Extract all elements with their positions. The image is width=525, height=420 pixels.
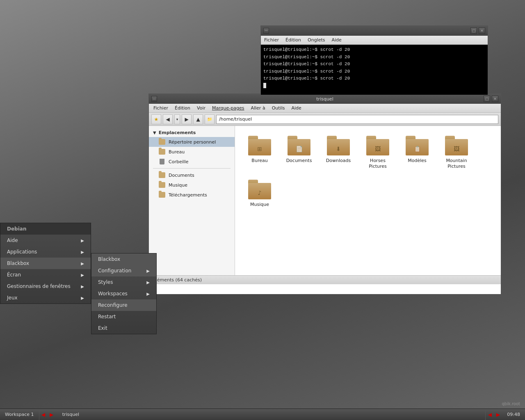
submenu-configuration-arrow: ▶ <box>146 269 150 273</box>
terminal-minimize-btn[interactable]: — <box>263 28 269 34</box>
filemanager-close-btn[interactable]: ✕ <box>492 96 498 102</box>
menu-item-ecran[interactable]: Écran ▶ <box>0 269 91 281</box>
sidebar-item-corbeille-label: Corbeille <box>169 159 189 164</box>
filemanager-maximize-btn[interactable]: □ <box>484 96 490 102</box>
taskbar-next-btn[interactable]: ▶ <box>48 409 56 420</box>
menu-aide-label: Aide <box>7 237 18 243</box>
filemanager-titlebar: — trisquel □ ✕ <box>149 94 501 104</box>
sidebar-item-corbeille[interactable]: Corbeille <box>149 157 235 167</box>
trash-icon <box>159 158 165 165</box>
terminal-titlebar: — □ ✕ <box>261 26 488 36</box>
menu-gestionnaires-arrow: ▶ <box>81 284 84 289</box>
sidebar-section-label: Emplacements <box>159 130 196 135</box>
sidebar-section-header[interactable]: ▼ Emplacements <box>149 128 235 137</box>
submenu-item-reconfigure[interactable]: Reconfigure <box>91 299 156 311</box>
terminal-menu-onglets[interactable]: Onglets <box>306 37 326 43</box>
taskbar-workspace: Workspace 1 <box>0 409 39 420</box>
terminal-menu-aide[interactable]: Aide <box>330 37 343 43</box>
menu-item-blackbox[interactable]: Blackbox ▶ <box>0 258 91 269</box>
terminal-close-btn[interactable]: ✕ <box>479 27 485 34</box>
fm-bookmark-btn[interactable]: ★ <box>151 114 161 124</box>
documents-folder-icon-big: 📄 <box>288 136 310 155</box>
menu-blackbox-arrow: ▶ <box>81 261 84 266</box>
downloads-folder-label: Downloads <box>326 158 351 164</box>
sidebar-divider <box>153 168 231 169</box>
fm-menu-aide[interactable]: Aide <box>289 105 303 112</box>
fm-menu-fichier[interactable]: Fichier <box>151 105 170 112</box>
telechargements-folder-icon <box>159 192 165 198</box>
submenu-exit-label: Exit <box>98 325 107 331</box>
fm-up-btn[interactable]: ▲ <box>193 114 203 124</box>
sidebar-item-documents-label: Documents <box>169 173 194 178</box>
folder-documents[interactable]: 📄 Documents <box>281 132 317 173</box>
submenu-item-workspaces[interactable]: Workspaces ▶ <box>91 288 156 299</box>
sidebar-item-bureau[interactable]: Bureau <box>149 147 235 157</box>
terminal-cursor <box>263 83 266 88</box>
fm-back-btn[interactable]: ◀ <box>163 114 173 124</box>
submenu-workspaces-arrow: ▶ <box>146 292 150 296</box>
terminal-win-buttons: □ ✕ <box>470 27 485 34</box>
terminal-line-5: trisquel@trisquel:~$ scrot -d 20 <box>263 75 485 82</box>
menu-item-applications[interactable]: Applications ▶ <box>0 246 91 258</box>
context-menu-header: Debian <box>0 223 91 235</box>
submenu-styles-arrow: ▶ <box>146 280 150 285</box>
taskbar-nav-left[interactable]: ◀ <box>486 409 494 420</box>
submenu-item-styles[interactable]: Styles ▶ <box>91 276 156 288</box>
fm-menu-outils[interactable]: Outils <box>270 105 287 112</box>
menu-aide-arrow: ▶ <box>81 238 84 243</box>
terminal-maximize-btn[interactable]: □ <box>470 27 477 34</box>
folder-mountain[interactable]: 🖼 Mountain Pictures <box>438 132 475 173</box>
menu-jeux-arrow: ▶ <box>81 296 84 300</box>
menu-item-aide[interactable]: Aide ▶ <box>0 235 91 246</box>
menu-item-gestionnaires[interactable]: Gestionnaires de fenêtres ▶ <box>0 281 91 292</box>
terminal-line-1: trisquel@trisquel:~$ scrot -d 20 <box>263 46 485 54</box>
filemanager-minimize-btn[interactable]: — <box>151 96 157 102</box>
sidebar-item-home[interactable]: Répertoire personnel <box>149 137 235 147</box>
fm-forward-btn[interactable]: ▶ <box>182 114 192 124</box>
menu-ecran-label: Écran <box>7 272 21 278</box>
filemanager-body: ▼ Emplacements Répertoire personnel Bure… <box>149 126 501 275</box>
fm-back-dropdown[interactable]: ▾ <box>174 114 180 124</box>
fm-location-bar[interactable]: /home/trisquel <box>216 115 498 124</box>
menu-item-jeux[interactable]: Jeux ▶ <box>0 292 91 304</box>
fm-menu-marquepages[interactable]: Marque-pages <box>210 105 246 112</box>
fm-location-btn[interactable]: 📁 <box>205 114 215 124</box>
folder-horses[interactable]: 🖼 Horses Pictures <box>360 132 396 173</box>
fm-menu-voir[interactable]: Voir <box>195 105 208 112</box>
folder-modeles[interactable]: 📋 Modèles <box>399 132 435 173</box>
taskbar-active-window[interactable]: trisquel <box>56 409 486 420</box>
terminal-menu-edition[interactable]: Édition <box>284 37 303 43</box>
filemanager-main: ⊞ Bureau 📄 Documents ⬇ D <box>235 126 501 275</box>
submenu-blackbox-header: Blackbox <box>91 253 156 265</box>
submenu-workspaces-label: Workspaces <box>98 291 128 297</box>
submenu-item-exit[interactable]: Exit <box>91 322 156 334</box>
modeles-folder-label: Modèles <box>408 158 427 164</box>
folder-bureau[interactable]: ⊞ Bureau <box>242 132 278 173</box>
terminal-line-2: trisquel@trisquel:~$ scrot -d 20 <box>263 54 485 61</box>
filemanager-statusbar: éléments (64 cachés) <box>149 275 501 284</box>
sidebar-item-documents[interactable]: Documents <box>149 170 235 180</box>
sidebar-item-musique[interactable]: Musique <box>149 180 235 190</box>
context-menu-main: Debian Aide ▶ Applications ▶ Blackbox ▶ … <box>0 223 91 304</box>
menu-applications-label: Applications <box>7 249 37 255</box>
home-folder-icon <box>159 139 165 145</box>
menu-ecran-arrow: ▶ <box>81 273 84 277</box>
fm-menu-allera[interactable]: Aller à <box>249 105 267 112</box>
folder-musique[interactable]: ♪ Musique <box>242 176 278 211</box>
terminal-line-4: trisquel@trisquel:~$ scrot -d 20 <box>263 68 485 75</box>
active-window-label: trisquel <box>62 412 79 417</box>
submenu-restart-label: Restart <box>98 314 116 320</box>
taskbar-nav-right[interactable]: ▶ <box>494 409 502 420</box>
folder-downloads[interactable]: ⬇ Downloads <box>320 132 356 173</box>
fm-menu-edition[interactable]: Édition <box>173 105 192 112</box>
submenu-item-configuration[interactable]: Configuration ▶ <box>91 265 156 276</box>
taskbar-prev-btn[interactable]: ◀ <box>39 409 48 420</box>
submenu-item-restart[interactable]: Restart <box>91 311 156 322</box>
sidebar-item-telechargements[interactable]: Téléchargements <box>149 190 235 200</box>
submenu-blackbox: Blackbox Configuration ▶ Styles ▶ Worksp… <box>91 253 157 334</box>
statusbar-text: éléments (64 cachés) <box>153 277 202 283</box>
filemanager-sidebar: ▼ Emplacements Répertoire personnel Bure… <box>149 126 235 275</box>
terminal-menu-fichier[interactable]: Fichier <box>262 37 281 43</box>
menu-gestionnaires-label: Gestionnaires de fenêtres <box>7 283 71 289</box>
terminal-line-3: trisquel@trisquel:~$ scrot -d 20 <box>263 61 485 68</box>
